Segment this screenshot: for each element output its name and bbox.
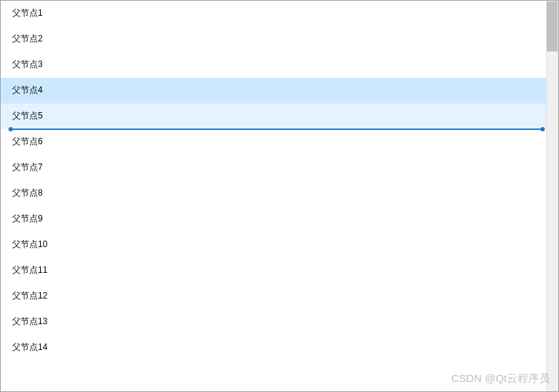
scrollbar-thumb[interactable] bbox=[547, 1, 558, 51]
tree-item-label: 父节点13 bbox=[12, 309, 47, 331]
tree-item-label: 父节点10 bbox=[12, 232, 47, 253]
tree-item[interactable]: 父节点2 bbox=[1, 26, 546, 52]
tree-item[interactable]: 父节点3 bbox=[1, 52, 546, 78]
tree-item[interactable]: 父节点14 bbox=[1, 335, 546, 361]
tree-item[interactable]: 父节点6 bbox=[1, 129, 546, 155]
tree-item[interactable]: 父节点11 bbox=[1, 258, 546, 283]
tree-item-label: 父节点8 bbox=[12, 181, 43, 202]
tree-item-label: 父节点7 bbox=[12, 155, 43, 176]
tree-item[interactable]: 父节点7 bbox=[1, 155, 546, 181]
tree-item-label: 父节点12 bbox=[12, 283, 47, 305]
tree-item-label: 父节点9 bbox=[12, 206, 43, 228]
tree-item-label: 父节点2 bbox=[12, 26, 43, 48]
tree-list[interactable]: 父节点1父节点2父节点3父节点4父节点5父节点6父节点7父节点8父节点9父节点1… bbox=[1, 1, 546, 391]
drop-indicator bbox=[11, 129, 543, 130]
tree-item-label: 父节点1 bbox=[12, 1, 43, 22]
tree-item-label: 父节点14 bbox=[12, 335, 47, 356]
tree-container: 父节点1父节点2父节点3父节点4父节点5父节点6父节点7父节点8父节点9父节点1… bbox=[0, 0, 559, 392]
vertical-scrollbar[interactable] bbox=[546, 1, 558, 391]
tree-item[interactable]: 父节点5 bbox=[1, 104, 546, 129]
tree-item[interactable]: 父节点13 bbox=[1, 309, 546, 335]
tree-item-label: 父节点4 bbox=[12, 78, 43, 99]
tree-item[interactable]: 父节点12 bbox=[1, 283, 546, 309]
tree-item-label: 父节点5 bbox=[12, 104, 43, 125]
tree-item-label: 父节点11 bbox=[12, 258, 47, 279]
tree-item[interactable]: 父节点9 bbox=[1, 206, 546, 232]
tree-item-label: 父节点6 bbox=[12, 129, 43, 151]
tree-item[interactable]: 父节点10 bbox=[1, 232, 546, 258]
tree-item[interactable]: 父节点4 bbox=[1, 78, 546, 104]
tree-item[interactable]: 父节点1 bbox=[1, 1, 546, 26]
tree-item[interactable]: 父节点8 bbox=[1, 181, 546, 206]
tree-item-label: 父节点3 bbox=[12, 52, 43, 74]
